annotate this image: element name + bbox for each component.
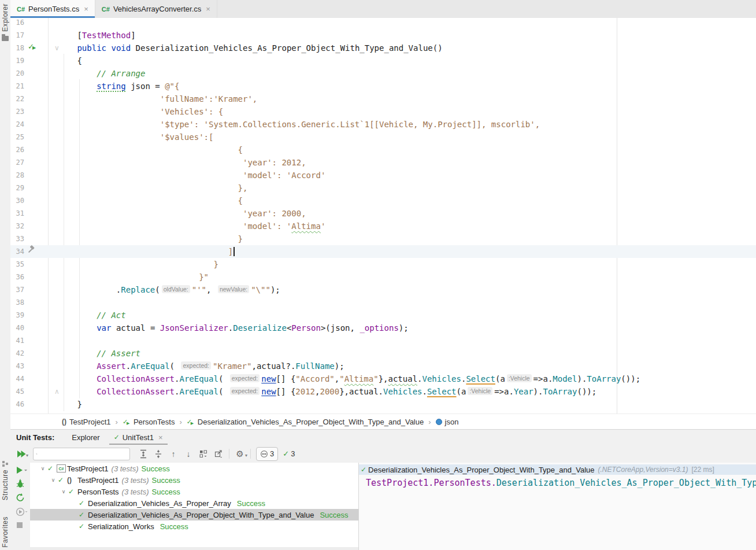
code-line[interactable]: 25 '$values':[ bbox=[10, 131, 756, 143]
csharp-file-icon: C# bbox=[102, 6, 110, 13]
code-line[interactable]: 45∧ CollectionAssert.AreEqual( expected:… bbox=[10, 385, 756, 398]
editor-tab-persontests-cs[interactable]: C#PersonTests.cs× bbox=[10, 0, 95, 18]
code-line[interactable]: 38 bbox=[10, 296, 756, 309]
test-passed-icon: ✓ bbox=[68, 488, 77, 496]
tab-explorer[interactable]: Explorer bbox=[65, 430, 106, 445]
code-editor[interactable]: 1617 [TestMethod]18✓▶∨ public void Deser… bbox=[10, 18, 756, 414]
code-line[interactable]: 44 CollectionAssert.AreEqual( expected:n… bbox=[10, 372, 756, 385]
code-token: actual. bbox=[349, 387, 383, 396]
code-token: . bbox=[228, 323, 233, 333]
code-token: 'year': 2000, bbox=[243, 209, 306, 218]
code-line[interactable]: 37 .Replace(oldValue:"'", newValue:"\"")… bbox=[10, 283, 756, 296]
expand-all-icon[interactable] bbox=[136, 447, 150, 461]
code-line[interactable]: 17 [TestMethod] bbox=[10, 29, 756, 42]
profile-test-button[interactable] bbox=[16, 507, 28, 518]
tab-unittest1[interactable]: ✓ UnitTest1 × bbox=[107, 430, 170, 445]
code-token: oldValue: bbox=[162, 285, 190, 293]
quick-fix-hammer-icon[interactable] bbox=[28, 245, 37, 258]
export-results-icon[interactable] bbox=[212, 447, 225, 461]
breadcrumb-item[interactable]: json bbox=[436, 418, 459, 426]
code-line[interactable]: 34 ] bbox=[10, 245, 756, 258]
next-test-icon[interactable]: ↓ bbox=[181, 447, 195, 461]
breadcrumb-item[interactable]: ()TestProject1 bbox=[62, 418, 111, 426]
run-options-caret-icon[interactable]: ▾ bbox=[26, 453, 28, 458]
code-line[interactable]: 31 'year': 2000, bbox=[10, 207, 756, 220]
chevron-down-icon[interactable]: ∨ bbox=[38, 466, 47, 471]
code-line[interactable]: 16 bbox=[10, 18, 756, 29]
code-line[interactable]: 39 // Act bbox=[10, 309, 756, 322]
line-number: 36 bbox=[10, 271, 24, 283]
code-token: :Vehicle bbox=[468, 387, 492, 395]
code-token bbox=[38, 361, 97, 371]
code-line[interactable]: 36 }" bbox=[10, 271, 756, 283]
code-line[interactable]: 42 // Assert bbox=[10, 347, 756, 360]
test-tree-row[interactable]: ✓Deserialization_Vehicles_As_Proper_Obje… bbox=[30, 509, 358, 521]
close-icon[interactable]: × bbox=[84, 5, 88, 13]
editor-tab-vehiclesarrayconverter-cs[interactable]: C#VehiclesArrayConverter.cs× bbox=[95, 0, 217, 18]
track-running-test-toggle[interactable]: 3 bbox=[256, 447, 278, 461]
collapse-all-icon[interactable] bbox=[151, 447, 165, 461]
qualified-test-name: TestProject1.PersonTests.Deserialization… bbox=[359, 477, 756, 489]
code-line[interactable]: 21 string json = @"{ bbox=[10, 80, 756, 93]
code-line[interactable]: 26 { bbox=[10, 143, 756, 156]
chevron-down-icon[interactable]: ∨ bbox=[49, 477, 58, 483]
group-by-icon[interactable] bbox=[197, 447, 210, 461]
code-token: . bbox=[423, 387, 427, 396]
test-tree-row[interactable]: ✓Serialization_WorksSuccess bbox=[30, 521, 358, 532]
settings-caret-icon[interactable]: ▾ bbox=[245, 453, 247, 458]
test-tree-row[interactable]: ✓Deserialization_Vehicles_As_Proper_Arra… bbox=[30, 497, 358, 509]
code-line[interactable]: 19 { bbox=[10, 54, 756, 67]
code-line[interactable]: 22 'fullName':'Kramer', bbox=[10, 93, 756, 105]
code-text: }" bbox=[38, 271, 209, 283]
line-number: 45 bbox=[10, 385, 24, 398]
test-passed-gutter-icon[interactable]: ✓▶ bbox=[28, 42, 37, 54]
code-line[interactable]: 23 'Vehicles': { bbox=[10, 105, 756, 118]
code-token bbox=[38, 132, 160, 142]
line-number: 28 bbox=[10, 169, 24, 182]
code-token: ] bbox=[131, 31, 135, 40]
code-line[interactable]: 28 'model': 'Accord' bbox=[10, 169, 756, 182]
code-line[interactable]: 33 } bbox=[10, 232, 756, 245]
search-field[interactable] bbox=[33, 448, 130, 460]
code-token bbox=[38, 234, 238, 243]
tree-horizontal-scrollbar[interactable] bbox=[30, 547, 358, 550]
code-line[interactable]: 40 var actual = JsonSerializer.Deseriali… bbox=[10, 322, 756, 334]
code-token: { bbox=[238, 196, 243, 205]
code-line[interactable]: 24 '$type': 'System.Collections.Generic.… bbox=[10, 118, 756, 131]
previous-test-icon[interactable]: ↑ bbox=[166, 447, 180, 461]
breadcrumb-item[interactable]: ✓▶PersonTests bbox=[123, 418, 175, 426]
rerun-tests-button[interactable] bbox=[16, 493, 28, 503]
test-status-label: Success bbox=[320, 511, 348, 519]
code-line[interactable]: 18✓▶∨ public void Deserialization_Vehicl… bbox=[10, 42, 756, 54]
code-token: Altima bbox=[291, 222, 321, 231]
code-line[interactable]: 29 }, bbox=[10, 182, 756, 194]
code-line[interactable]: 27 'year': 2012, bbox=[10, 156, 756, 169]
test-tree-row[interactable]: ∨✓PersonTests(3 tests)Success bbox=[30, 486, 358, 497]
code-line[interactable]: 20 // Arrange bbox=[10, 67, 756, 80]
search-input[interactable] bbox=[38, 449, 129, 459]
passed-tests-count[interactable]: ✓ 3 bbox=[283, 449, 295, 458]
code-token: expected: bbox=[230, 374, 260, 382]
close-icon[interactable]: × bbox=[158, 433, 163, 442]
chevron-down-icon[interactable]: ∨ bbox=[59, 489, 68, 494]
test-tree-row[interactable]: ∨✓C#TestProject1(3 tests)Success bbox=[30, 463, 358, 474]
code-line[interactable]: 30 { bbox=[10, 194, 756, 207]
stop-tests-button[interactable] bbox=[16, 521, 28, 531]
structure-stripe-button[interactable]: Structure bbox=[1, 470, 9, 500]
code-text: [TestMethod] bbox=[38, 29, 136, 42]
code-token: newValue: bbox=[218, 285, 249, 293]
breadcrumb-item[interactable]: ✓▶Deserialization_Vehicles_As_Proper_Obj… bbox=[187, 418, 424, 426]
code-line[interactable]: 32 'model': 'Altima' bbox=[10, 220, 756, 232]
explorer-stripe-button[interactable]: Explorer bbox=[1, 3, 9, 32]
code-text: 'Vehicles': { bbox=[38, 105, 223, 118]
run-test-button[interactable] bbox=[16, 466, 28, 476]
code-line[interactable]: 46 } bbox=[10, 398, 756, 411]
close-icon[interactable]: × bbox=[206, 5, 210, 13]
test-tree-row[interactable]: ∨✓()TestProject1(3 tests)Success bbox=[30, 474, 358, 486]
code-token: ); bbox=[335, 361, 344, 371]
code-line[interactable]: 43 Assert.AreEqual( expected:"Kramer",ac… bbox=[10, 360, 756, 372]
code-line[interactable]: 41 bbox=[10, 334, 756, 347]
debug-test-button[interactable] bbox=[16, 479, 28, 489]
favorites-stripe-button[interactable]: Favorites bbox=[1, 516, 9, 548]
code-line[interactable]: 35 } bbox=[10, 258, 756, 271]
